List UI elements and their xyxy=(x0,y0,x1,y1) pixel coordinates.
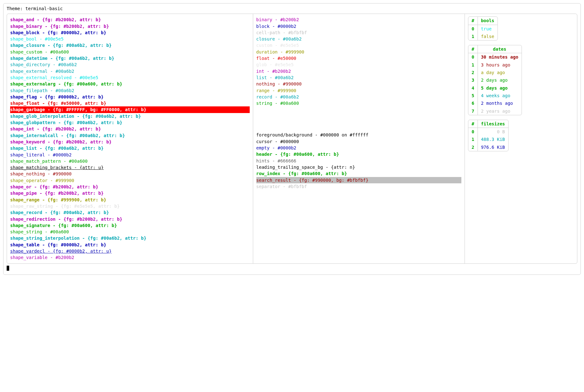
dates-row: 030 minutes ago xyxy=(468,53,521,61)
dates-row: 45 days ago xyxy=(468,84,521,92)
type-row-closure: closure - #00a6b2 xyxy=(256,36,462,42)
filesizes-row: 1488.3 KiB xyxy=(468,136,508,143)
shape-row-shape_literal: shape_literal - #0000b2 xyxy=(10,152,250,158)
type-row-custom: custom - #e5e5e5 xyxy=(256,42,462,48)
dates-row: 2a day ago xyxy=(468,69,521,76)
dates-table: #dates030 minutes ago13 hours ago2a day … xyxy=(468,45,522,115)
shape-row-shape_keyword: shape_keyword - {fg: #b200b2, attr: b} xyxy=(10,139,250,145)
shape-row-shape_filepath: shape_filepath - #00a6b2 xyxy=(10,87,250,94)
filesizes-table: #filesizes00 B1488.3 KiB2976.6 KiB xyxy=(468,120,508,151)
shape-row-shape_matching_brackets: shape_matching_brackets - {attr: u} xyxy=(10,164,250,171)
shape-row-shape_directory: shape_directory - #00a6b2 xyxy=(10,61,250,68)
dates-row: 13 hours ago xyxy=(468,61,521,69)
misc-row-separator: separator - #bfbfbf xyxy=(256,183,462,190)
shape-row-shape_binary: shape_binary - {fg: #b200b2, attr: b} xyxy=(10,23,250,29)
type-row-range: range - #999900 xyxy=(256,87,462,94)
shape-row-shape_redirection: shape_redirection - {fg: #b200b2, attr: … xyxy=(10,216,250,222)
shape-row-shape_record: shape_record - {fg: #00a6b2, attr: b} xyxy=(10,209,250,216)
bools-table: #bools0true1false xyxy=(468,16,498,41)
misc-row-hints: hints - #666666 xyxy=(256,158,462,164)
shape-row-shape_signature: shape_signature - {fg: #00a600, attr: b} xyxy=(10,222,250,229)
type-row-list: list - #00a6b2 xyxy=(256,74,462,81)
type-row-duration: duration - #999900 xyxy=(256,49,462,55)
shape-row-shape_globpattern: shape_globpattern - {fg: #00a6b2, attr: … xyxy=(10,119,250,126)
shape-row-shape_external: shape_external - #00a6b2 xyxy=(10,68,250,74)
dates-row: 54 weeks ago xyxy=(468,92,521,99)
shape-row-shape_and: shape_and - {fg: #b200b2, attr: b} xyxy=(10,16,250,23)
filesizes-header-label: filesizes xyxy=(478,120,508,128)
shape-row-shape_match_pattern: shape_match_pattern - #00a600 xyxy=(10,158,250,164)
shape-row-shape_pipe: shape_pipe - {fg: #b200b2, attr: b} xyxy=(10,190,250,196)
shape-row-shape_operator: shape_operator - #999900 xyxy=(10,177,250,184)
shape-row-shape_variable: shape_variable - #b200b2 xyxy=(10,254,250,261)
shape-row-shape_datetime: shape_datetime - {fg: #00a6b2, attr: b} xyxy=(10,55,250,61)
dates-header-label: dates xyxy=(478,45,522,53)
shape-row-shape_flag: shape_flag - {fg: #0000b2, attr: b} xyxy=(10,94,250,100)
bools-header-label: bools xyxy=(478,17,497,25)
filesizes-header-index: # xyxy=(468,120,478,128)
theme-title: Theme: terminal-basic xyxy=(7,5,577,12)
dates-row: 72 years ago xyxy=(468,107,521,115)
misc-row-cursor: cursor - #000000 xyxy=(256,138,462,145)
shape-row-shape_closure: shape_closure - {fg: #00a6b2, attr: b} xyxy=(10,42,250,48)
type-row-int: int - #b200b2 xyxy=(256,68,462,74)
type-row-cell-path: cell-path - #bfbfbf xyxy=(256,29,462,36)
bools-header-index: # xyxy=(468,17,478,25)
shape-row-shape_int: shape_int - {fg: #b200b2, attr: b} xyxy=(10,126,250,132)
shape-row-shape_internalcall: shape_internalcall - {fg: #00a6b2, attr:… xyxy=(10,132,250,139)
misc-row-empty: empty - #0000b2 xyxy=(256,145,462,151)
shapes-column: shape_and - {fg: #b200b2, attr: b}shape_… xyxy=(7,14,253,263)
shape-row-shape_or: shape_or - {fg: #b200b2, attr: b} xyxy=(10,184,250,190)
shape-row-shape_glob_interpolation: shape_glob_interpolation - {fg: #00a6b2,… xyxy=(10,113,250,119)
shape-row-shape_external_resolved: shape_external_resolved - #00e5e5 xyxy=(10,74,250,81)
misc-row-header: header - {fg: #00a600, attr: b} xyxy=(256,151,462,157)
theme-preview: Theme: terminal-basic shape_and - {fg: #… xyxy=(3,3,581,275)
shape-row-shape_raw_string: shape_raw_string - {fg: #e5e5e5, attr: b… xyxy=(10,203,250,209)
shape-row-shape_garbage: shape_garbage - {fg: #FFFFFF, bg: #FF000… xyxy=(10,106,250,113)
misc-row-leading_trailing_space_bg: leading_trailing_space_bg - {attr: n} xyxy=(256,164,462,170)
dates-header-index: # xyxy=(468,45,478,53)
shape-row-shape_externalarg: shape_externalarg - {fg: #00a600, attr: … xyxy=(10,81,250,87)
panels: shape_and - {fg: #b200b2, attr: b}shape_… xyxy=(7,14,577,263)
type-row-float: float - #e50000 xyxy=(256,55,462,61)
shape-row-shape_nothing: shape_nothing - #990000 xyxy=(10,171,250,177)
type-row-glob: glob - #e5e5e5 xyxy=(256,61,462,68)
shape-row-shape_float: shape_float - {fg: #e50000, attr: b} xyxy=(10,100,250,106)
shape-row-shape_bool: shape_bool - #00e5e5 xyxy=(10,36,250,42)
type-row-block: block - #0000b2 xyxy=(256,23,462,29)
cursor-block xyxy=(7,266,9,271)
shape-row-shape_list: shape_list - {fg: #00a6b2, attr: b} xyxy=(10,145,250,151)
type-row-string: string - #00a600 xyxy=(256,100,462,106)
dates-row: 32 days ago xyxy=(468,76,521,84)
misc-row-foreground/background: foreground/background - #000000 on #ffff… xyxy=(256,132,462,138)
tables-column: #bools0true1false #dates030 minutes ago1… xyxy=(465,14,577,263)
shape-row-shape_range: shape_range - {fg: #999900, attr: b} xyxy=(10,197,250,203)
shape-row-shape_string: shape_string - #00a600 xyxy=(10,229,250,235)
shape-row-shape_string_interpolation: shape_string_interpolation - {fg: #00a6b… xyxy=(10,235,250,241)
filesizes-row: 00 B xyxy=(468,128,508,136)
dates-row: 62 months ago xyxy=(468,99,521,107)
type-row-record: record - #00a6b2 xyxy=(256,94,462,100)
bools-row: 1false xyxy=(468,33,497,40)
misc-row-search_result: search_result - {fg: #990000, bg: #bfbfb… xyxy=(256,177,462,183)
shape-row-shape_table: shape_table - {fg: #0000b2, attr: b} xyxy=(10,242,250,248)
shape-row-shape_block: shape_block - {fg: #0000b2, attr: b} xyxy=(10,29,250,36)
types-column: binary - #b200b2block - #0000b2cell-path… xyxy=(253,14,465,263)
bools-row: 0true xyxy=(468,25,497,33)
shape-row-shape_custom: shape_custom - #00a600 xyxy=(10,49,250,55)
type-row-binary: binary - #b200b2 xyxy=(256,16,462,23)
shape-row-shape_vardecl: shape_vardecl - {fg: #0000b2, attr: u} xyxy=(10,248,250,254)
type-row-nothing: nothing - #990000 xyxy=(256,81,462,87)
misc-row-row_index: row_index - {fg: #00a600, attr: b} xyxy=(256,170,462,177)
filesizes-row: 2976.6 KiB xyxy=(468,143,508,151)
